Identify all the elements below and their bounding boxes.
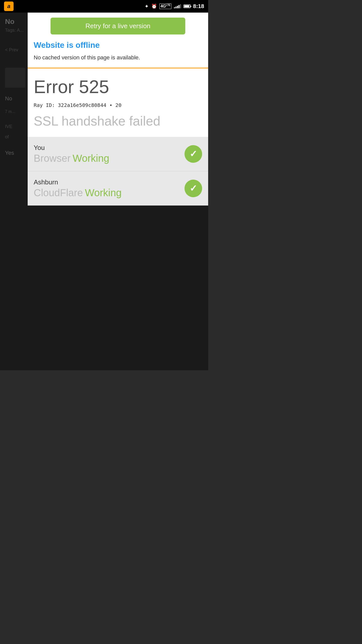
ray-id: Ray ID: 322a16e509c80844 • 20	[34, 102, 202, 108]
signal-bar-4	[178, 5, 179, 8]
status-bar: a ✦ ⏰ 4GLTE 8:18	[0, 0, 208, 13]
ssl-error: SSL handshake failed	[34, 113, 202, 129]
status-time: 8:18	[193, 3, 204, 10]
signal-bars	[174, 4, 181, 8]
amazon-icon: a	[4, 2, 14, 11]
cloudflare-checkmark: ✓	[190, 183, 197, 194]
retry-button[interactable]: Retry for a live version	[51, 18, 185, 34]
status-cloudflare-text: Ashburn CloudFlare Working	[34, 178, 122, 198]
browser-label: Browser	[34, 153, 71, 164]
signal-bar-3	[177, 6, 178, 8]
status-browser-row: Browser Working	[34, 153, 109, 164]
cloudflare-working-label: Working	[85, 187, 122, 198]
error-modal: Retry for a live version Website is offl…	[28, 13, 208, 206]
status-item-cloudflare: Ashburn CloudFlare Working ✓	[28, 171, 208, 206]
status-bar-right: ✦ ⏰ 4GLTE 8:18	[145, 3, 204, 10]
modal-top-section: Retry for a live version Website is offl…	[28, 13, 208, 68]
battery-fill	[184, 5, 189, 7]
status-bar-left: a	[4, 2, 14, 11]
cloudflare-check-icon: ✓	[185, 180, 202, 197]
status-browser-text: You Browser Working	[34, 144, 109, 164]
error-section: Error 525 Ray ID: 322a16e509c80844 • 20 …	[28, 68, 208, 137]
status-ashburn-label: Ashburn	[34, 178, 122, 186]
error-code: Error 525	[34, 76, 202, 97]
alarm-icon: ⏰	[151, 4, 157, 9]
battery-icon	[184, 5, 191, 8]
bluetooth-icon: ✦	[145, 3, 149, 9]
signal-bar-5	[180, 4, 181, 8]
signal-bar-2	[175, 7, 176, 8]
status-you-label: You	[34, 144, 109, 152]
offline-title: Website is offline	[34, 41, 202, 50]
browser-checkmark: ✓	[190, 149, 197, 159]
cloudflare-label: CloudFlare	[34, 187, 83, 198]
browser-check-icon: ✓	[185, 145, 202, 163]
browser-working-label: Working	[73, 153, 109, 164]
status-cloudflare-row: CloudFlare Working	[34, 187, 122, 198]
status-section: You Browser Working ✓ Ashburn CloudFlare…	[28, 137, 208, 206]
signal-bar-1	[174, 7, 175, 8]
status-item-browser: You Browser Working ✓	[28, 137, 208, 171]
offline-description: No cached version of this page is availa…	[34, 54, 202, 62]
lte-badge: 4GLTE	[159, 4, 171, 9]
